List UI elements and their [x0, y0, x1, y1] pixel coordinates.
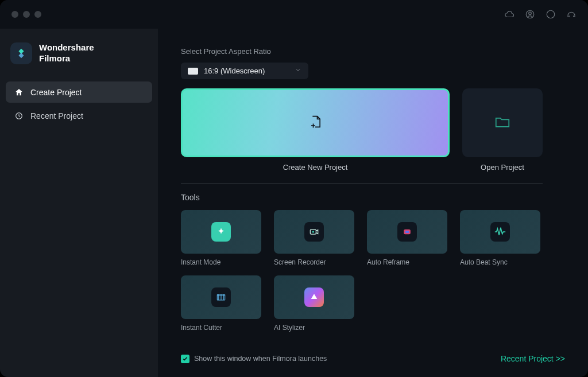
- open-project-button[interactable]: [462, 88, 543, 157]
- waveform-icon: [490, 222, 510, 242]
- recorder-icon: [304, 222, 324, 242]
- aspect-ratio-label: Select Project Aspect Ratio: [181, 47, 565, 56]
- help-icon[interactable]: [566, 9, 577, 20]
- project-cards-row: Create New Project Open Project: [181, 88, 565, 172]
- svg-rect-7: [405, 231, 409, 233]
- sparkle-icon: [211, 222, 231, 242]
- tool-label: Auto Reframe: [367, 258, 447, 266]
- maximize-window-button[interactable]: [34, 11, 41, 18]
- home-icon: [14, 87, 24, 97]
- tool-auto-reframe: Auto Reframe: [367, 210, 447, 266]
- tool-label: Auto Beat Sync: [460, 258, 540, 266]
- tool-instant-cutter-button[interactable]: [181, 275, 261, 319]
- aspect-ratio-select[interactable]: 16:9 (Widescreen): [181, 63, 308, 79]
- brand-line2: Filmora: [39, 53, 94, 64]
- footer-row: Show this window when Filmora launches R…: [181, 343, 565, 363]
- recent-project-link[interactable]: Recent Project >>: [501, 354, 565, 363]
- tool-label: AI Stylizer: [274, 324, 354, 332]
- tool-label: Instant Cutter: [181, 324, 261, 332]
- checkbox-checked-icon: [181, 355, 189, 363]
- clock-icon: [14, 111, 24, 121]
- tool-ai-stylizer-button[interactable]: [274, 275, 354, 319]
- sidebar-nav: Create Project Recent Project: [0, 76, 158, 132]
- open-project-label: Open Project: [481, 163, 524, 172]
- chevron-down-icon: [295, 67, 301, 75]
- tool-auto-reframe-button[interactable]: [367, 210, 447, 254]
- tools-heading: Tools: [181, 193, 565, 202]
- tools-grid: Instant Mode Screen Recorder: [181, 210, 565, 332]
- new-file-icon: [307, 114, 323, 132]
- aspect-ratio-value: 16:9 (Widescreen): [204, 67, 265, 75]
- notifications-icon[interactable]: [546, 9, 556, 20]
- sidebar-item-recent-project[interactable]: Recent Project: [6, 105, 152, 126]
- tool-screen-recorder-button[interactable]: [274, 210, 354, 254]
- checkbox-label: Show this window when Filmora launches: [194, 355, 327, 363]
- create-project-label: Create New Project: [283, 163, 348, 172]
- widescreen-icon: [188, 68, 198, 75]
- reframe-icon: [397, 222, 417, 242]
- tool-screen-recorder: Screen Recorder: [274, 210, 354, 266]
- create-new-project-button[interactable]: [181, 88, 450, 157]
- tool-auto-beat-sync-button[interactable]: [460, 210, 540, 254]
- body: Wondershare Filmora Create Project Recen…: [0, 29, 588, 377]
- sidebar-item-create-project[interactable]: Create Project: [6, 81, 152, 103]
- show-on-launch-checkbox[interactable]: Show this window when Filmora launches: [181, 355, 327, 363]
- tool-label: Screen Recorder: [274, 258, 354, 266]
- close-window-button[interactable]: [11, 11, 18, 18]
- minimize-window-button[interactable]: [23, 11, 30, 18]
- brand-logo-icon: [10, 42, 32, 64]
- sidebar-item-label: Recent Project: [30, 111, 83, 121]
- create-project-card-wrap: Create New Project: [181, 88, 450, 172]
- tool-instant-cutter: Instant Cutter: [181, 275, 261, 332]
- tool-instant-mode: Instant Mode: [181, 210, 261, 266]
- tool-auto-beat-sync: Auto Beat Sync: [460, 210, 540, 266]
- stylizer-icon: [304, 287, 324, 307]
- header-icons: [504, 9, 577, 20]
- tool-ai-stylizer: AI Stylizer: [274, 275, 354, 332]
- window-controls: [11, 11, 41, 18]
- tool-instant-mode-button[interactable]: [181, 210, 261, 254]
- titlebar: [0, 0, 588, 29]
- brand: Wondershare Filmora: [0, 36, 158, 76]
- open-project-card-wrap: Open Project: [462, 88, 543, 172]
- main-content: Select Project Aspect Ratio 16:9 (Widesc…: [158, 29, 588, 377]
- user-icon[interactable]: [525, 9, 535, 20]
- app-window: Wondershare Filmora Create Project Recen…: [0, 0, 588, 377]
- folder-icon: [494, 113, 511, 133]
- sidebar-item-label: Create Project: [30, 88, 82, 97]
- cutter-icon: [211, 287, 231, 307]
- svg-point-1: [529, 12, 532, 15]
- tool-label: Instant Mode: [181, 258, 261, 266]
- svg-point-5: [312, 231, 314, 232]
- brand-line1: Wondershare: [39, 42, 94, 53]
- divider: [181, 183, 543, 184]
- cloud-icon[interactable]: [504, 9, 514, 20]
- brand-name: Wondershare Filmora: [39, 42, 94, 64]
- sidebar: Wondershare Filmora Create Project Recen…: [0, 29, 158, 377]
- svg-point-2: [547, 10, 555, 18]
